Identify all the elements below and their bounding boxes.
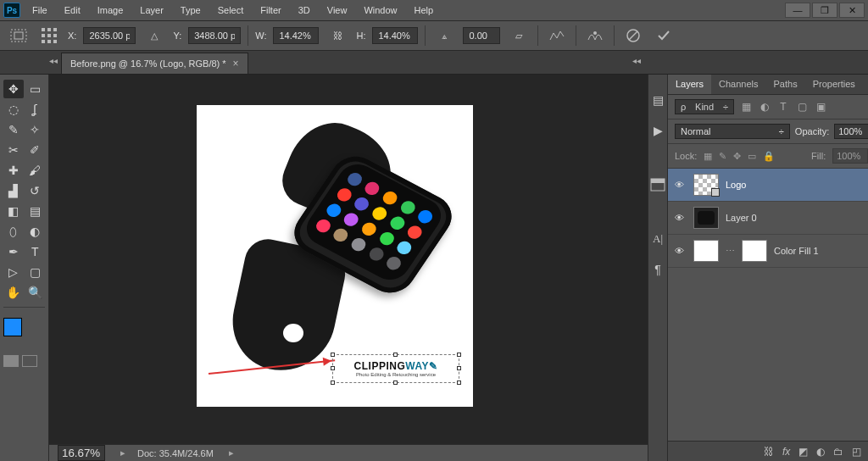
zoom-menu-icon[interactable]: ▸ xyxy=(120,447,125,458)
fx-icon[interactable]: fx xyxy=(782,446,790,458)
filter-kind-select[interactable]: ρ Kind÷ xyxy=(675,99,734,114)
mask-icon[interactable]: ◩ xyxy=(798,446,808,458)
zoom-tool-icon[interactable]: 🔍 xyxy=(25,283,46,302)
maximize-button[interactable]: ❐ xyxy=(812,3,837,18)
transform-tool-icon[interactable] xyxy=(7,25,31,46)
lasso-tool-icon[interactable]: ʆ xyxy=(25,100,46,119)
paragraph-panel-icon[interactable]: A| xyxy=(648,230,667,247)
menu-image[interactable]: Image xyxy=(89,2,132,19)
path-select-tool-icon[interactable]: ▷ xyxy=(3,263,24,281)
filter-adjust-icon[interactable]: ◐ xyxy=(758,101,771,113)
menu-window[interactable]: Window xyxy=(355,2,405,19)
blend-mode-select[interactable]: Normal÷ xyxy=(675,124,790,139)
lock-position-icon[interactable]: ✥ xyxy=(733,151,741,162)
commit-transform-icon[interactable] xyxy=(652,25,676,46)
reference-point-icon[interactable] xyxy=(37,25,61,46)
visibility-icon[interactable]: 👁 xyxy=(675,246,687,256)
new-layer-icon[interactable]: ◰ xyxy=(852,446,861,458)
doc-info-menu-icon[interactable]: ▸ xyxy=(229,447,234,458)
collapse-left-icon[interactable]: ◂◂ xyxy=(49,56,58,65)
gradient-tool-icon[interactable]: ▤ xyxy=(25,202,46,220)
menu-file[interactable]: File xyxy=(24,2,56,19)
stamp-tool-icon[interactable]: ▟ xyxy=(3,181,24,200)
lock-pixels-icon[interactable]: ✎ xyxy=(719,151,726,162)
menu-view[interactable]: View xyxy=(319,2,356,19)
dodge-tool-icon[interactable]: ◐ xyxy=(25,222,46,241)
opacity-field[interactable] xyxy=(834,124,868,139)
y-field[interactable] xyxy=(188,27,241,44)
brush-tool-icon[interactable]: 🖌 xyxy=(25,161,46,180)
crop-tool-icon[interactable]: ✂ xyxy=(3,141,24,159)
shape-tool-icon[interactable]: ▢ xyxy=(25,263,46,281)
move-tool-icon[interactable]: ✥ xyxy=(3,80,24,98)
visibility-icon[interactable]: 👁 xyxy=(675,213,687,223)
interpolation-icon[interactable] xyxy=(545,25,569,46)
actions-panel-icon[interactable]: ▶ xyxy=(648,122,667,139)
hand-tool-icon[interactable]: ✋ xyxy=(3,283,24,302)
filter-type-icon[interactable]: T xyxy=(776,101,790,113)
artboard-tool-icon[interactable]: ▭ xyxy=(25,80,46,98)
filter-shape-icon[interactable]: ▢ xyxy=(795,101,809,113)
warp-icon[interactable] xyxy=(583,25,607,46)
canvas-area[interactable]: CLIPPINGWAY✎ Photo Editing & Retouching … xyxy=(49,75,648,461)
type-tool-icon[interactable]: T xyxy=(25,242,46,261)
layer-row[interactable]: 👁 Layer 0 xyxy=(668,202,868,235)
minimize-button[interactable]: — xyxy=(785,3,810,18)
link-layers-icon[interactable]: ⛓ xyxy=(764,446,774,458)
tab-layers[interactable]: Layers xyxy=(668,75,711,94)
history-brush-tool-icon[interactable]: ↺ xyxy=(25,181,46,200)
panel-menu-icon[interactable]: ▾≡ xyxy=(863,75,868,94)
history-panel-icon[interactable]: ▤ xyxy=(648,92,667,108)
layer-mask-thumb[interactable] xyxy=(742,240,767,262)
layer-name[interactable]: Layer 0 xyxy=(726,213,757,223)
glyphs-panel-icon[interactable]: ¶ xyxy=(648,261,667,278)
filter-smart-icon[interactable]: ▣ xyxy=(814,101,827,113)
document-canvas[interactable]: CLIPPINGWAY✎ Photo Editing & Retouching … xyxy=(197,105,473,407)
menu-type[interactable]: Type xyxy=(172,2,209,19)
link-mask-icon[interactable]: ⋯ xyxy=(726,246,735,257)
layer-name[interactable]: Color Fill 1 xyxy=(774,246,819,256)
marquee-tool-icon[interactable]: ◌ xyxy=(3,100,24,119)
layer-row[interactable]: 👁 Logo xyxy=(668,169,868,202)
pen-tool-icon[interactable]: ✒ xyxy=(3,242,24,261)
h-field[interactable] xyxy=(372,27,418,44)
lock-all-icon[interactable]: 🔒 xyxy=(763,151,775,162)
close-tab-icon[interactable]: × xyxy=(233,58,239,69)
group-icon[interactable]: 🗀 xyxy=(833,446,843,458)
w-field[interactable] xyxy=(273,27,319,44)
magic-wand-tool-icon[interactable]: ✧ xyxy=(25,120,46,139)
x-field[interactable] xyxy=(83,27,136,44)
visibility-icon[interactable]: 👁 xyxy=(675,180,687,190)
lock-transparent-icon[interactable]: ▦ xyxy=(704,151,712,162)
lock-artboard-icon[interactable]: ▭ xyxy=(748,151,756,162)
close-button[interactable]: ✕ xyxy=(839,3,865,18)
menu-select[interactable]: Select xyxy=(209,2,253,19)
document-tab[interactable]: Before.png @ 16.7% (Logo, RGB/8) * × xyxy=(61,53,248,74)
character-panel-icon[interactable] xyxy=(648,176,667,193)
adjustment-icon[interactable]: ◐ xyxy=(816,446,825,458)
angle-field[interactable] xyxy=(463,27,500,44)
quick-select-tool-icon[interactable]: ✎ xyxy=(3,120,24,139)
collapse-right-icon[interactable]: ◂◂ xyxy=(632,56,641,65)
cancel-transform-icon[interactable] xyxy=(621,25,645,46)
tab-channels[interactable]: Channels xyxy=(711,75,765,94)
healing-tool-icon[interactable]: ✚ xyxy=(3,161,24,180)
menu-help[interactable]: Help xyxy=(406,2,442,19)
quickmask-mode-icon[interactable] xyxy=(22,355,37,367)
menu-edit[interactable]: Edit xyxy=(56,2,89,19)
eraser-tool-icon[interactable]: ◧ xyxy=(3,202,24,220)
color-swatches[interactable] xyxy=(3,318,37,348)
filter-pixel-icon[interactable]: ▦ xyxy=(739,101,753,113)
layer-thumb[interactable] xyxy=(693,207,719,229)
layer-thumb[interactable] xyxy=(693,174,719,196)
tab-properties[interactable]: Properties xyxy=(805,75,863,94)
blur-tool-icon[interactable]: ⬯ xyxy=(3,222,24,241)
tab-paths[interactable]: Paths xyxy=(766,75,805,94)
standard-mode-icon[interactable] xyxy=(3,355,19,367)
layer-thumb[interactable] xyxy=(693,240,719,262)
fill-field[interactable] xyxy=(832,148,868,164)
delta-icon[interactable]: △ xyxy=(142,25,166,46)
foreground-color-swatch[interactable] xyxy=(3,318,22,336)
menu-3d[interactable]: 3D xyxy=(290,2,319,19)
skew-h-icon[interactable]: ▱ xyxy=(507,25,531,46)
